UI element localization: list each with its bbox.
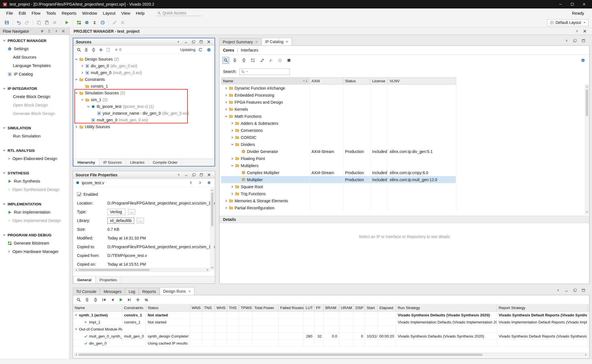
flow-section-header-ip-integrator[interactable]: IP INTEGRATOR <box>0 85 69 92</box>
chevron-right-icon[interactable] <box>231 136 234 139</box>
catalog-row-math-functions[interactable]: Math Functions <box>221 113 456 120</box>
float-icon[interactable] <box>190 39 197 45</box>
column-header-uram[interactable]: URAM <box>339 304 354 311</box>
help-icon[interactable]: ? <box>555 287 561 294</box>
add-sources-icon[interactable] <box>98 46 104 53</box>
scrollbar-thumb[interactable] <box>211 192 213 226</box>
menu-file[interactable]: File <box>3 10 16 16</box>
flow-item-open-block-design[interactable]: Open Block Design <box>0 101 69 109</box>
chevron-down-icon[interactable] <box>3 203 6 205</box>
scroll-left-icon[interactable] <box>75 268 78 271</box>
chevron-down-icon[interactable] <box>75 78 78 81</box>
catalog-row-square-root[interactable]: Square Root <box>221 183 456 190</box>
menu-view[interactable]: View <box>118 10 133 16</box>
catalog-row-dividers[interactable]: Dividers <box>221 141 456 148</box>
float-icon[interactable] <box>190 172 197 178</box>
flow-item-open-implemented-design[interactable]: Open Implemented Design <box>0 216 69 225</box>
minimize-icon[interactable] <box>563 287 570 294</box>
catalog-row-floating-point[interactable]: Floating Point <box>221 155 456 162</box>
catalog-row-dynamic-function-exchange[interactable]: Dynamic Function eXchange <box>221 85 456 92</box>
catalog-vertical-scrollbar[interactable] <box>585 85 589 214</box>
sources-tab-hierarchy[interactable]: Hierarchy <box>73 159 99 166</box>
window-close-button[interactable] <box>579 1 589 8</box>
design-run-row-synth-1-active[interactable]: synth_1 (active)constrs_1Not startedViva… <box>73 312 589 319</box>
help-icon[interactable]: ? <box>563 37 570 44</box>
flow-item-run-simulation[interactable]: Run Simulation <box>0 132 69 140</box>
flow-section-header-rtl-analysis[interactable]: RTL ANALYSIS <box>0 147 69 154</box>
chevron-down-icon[interactable] <box>3 126 6 129</box>
properties-horizontal-scrollbar[interactable] <box>74 268 210 272</box>
catalog-row-multipliers[interactable]: Multipliers <box>221 162 456 169</box>
collapse-all-icon[interactable] <box>84 296 90 303</box>
next-object-icon[interactable] <box>196 179 203 186</box>
chevron-right-icon[interactable] <box>225 87 227 90</box>
window-maximize-button[interactable] <box>567 1 577 8</box>
reports-icon[interactable]: Σ <box>91 19 98 26</box>
type-browse-button[interactable]: … <box>128 209 135 215</box>
catalog-row-complex-multiplier[interactable]: Complex MultiplierAXI4-StreamProductionI… <box>221 169 456 176</box>
catalog-row-divider-generator[interactable]: Divider GeneratorAXI4-StreamProductionIn… <box>221 148 456 155</box>
edit-icon[interactable] <box>111 19 118 26</box>
flow-section-header-implementation[interactable]: IMPLEMENTATION <box>0 200 69 208</box>
refresh-icon[interactable] <box>197 46 204 53</box>
scroll-up-icon[interactable] <box>586 85 588 88</box>
collapse-all-icon[interactable] <box>83 46 90 53</box>
menu-window[interactable]: Window <box>79 10 100 16</box>
chevron-right-icon[interactable] <box>75 125 78 128</box>
sources-tab-libraries[interactable]: Libraries <box>126 159 149 166</box>
sort-icon[interactable] <box>46 28 52 35</box>
properties-panel-header[interactable]: Source File Properties ? <box>73 171 215 179</box>
quick-access-search[interactable]: Quick Access <box>155 10 202 16</box>
catalog-row-partial-reconfiguration[interactable]: Partial Reconfiguration <box>221 204 456 211</box>
cancel-icon[interactable] <box>119 19 126 26</box>
flow-item-create-block-design[interactable]: Create Block Design <box>0 92 69 101</box>
details-view-icon[interactable] <box>286 57 292 64</box>
column-header-failed-routes[interactable]: Failed Routes <box>279 304 304 311</box>
maximize-icon[interactable] <box>580 37 587 44</box>
chevron-down-icon[interactable] <box>231 164 234 167</box>
sources-tab-compile-order[interactable]: Compile Order <box>149 159 182 166</box>
step-back-icon[interactable] <box>109 296 116 303</box>
menu-edit[interactable]: Edit <box>16 10 29 16</box>
minimize-icon[interactable] <box>183 172 189 178</box>
chevron-down-icon[interactable] <box>3 172 6 174</box>
chevron-right-icon[interactable] <box>231 192 234 195</box>
editor-tab-ip-catalog[interactable]: IP Catalog <box>262 38 292 45</box>
save-project-icon[interactable] <box>3 19 10 26</box>
help-icon[interactable]: ? <box>573 28 580 35</box>
source-tree-item-simulation-sources[interactable]: Simulation Sources(2) <box>73 90 215 96</box>
flow-item-open-synthesized-design[interactable]: Open Synthesized Design <box>0 185 69 194</box>
scroll-right-icon[interactable] <box>206 268 209 271</box>
catalog-row-cordic[interactable]: CORDIC <box>221 134 456 141</box>
menu-reports[interactable]: Reports <box>59 10 79 16</box>
expand-all-icon[interactable] <box>90 46 97 53</box>
column-header-name[interactable]: Name1 <box>221 77 310 84</box>
catalog-search-input[interactable] <box>239 68 290 75</box>
column-header-whs[interactable]: WHS <box>215 304 227 311</box>
chevron-down-icon[interactable] <box>3 87 6 90</box>
minimize-icon[interactable] <box>182 39 189 45</box>
column-header-start[interactable]: Start <box>365 304 378 311</box>
catalog-subtab-interfaces[interactable]: Interfaces <box>241 48 258 52</box>
add-repository-icon[interactable] <box>259 57 265 64</box>
tab-close-icon[interactable] <box>255 41 258 43</box>
column-header-lut[interactable]: LUT <box>304 304 314 311</box>
catalog-subtab-cores[interactable]: Cores <box>223 48 234 52</box>
source-tree-item-utility-sources[interactable]: Utility Sources <box>73 123 215 130</box>
delete-icon[interactable] <box>51 19 58 26</box>
column-header-constraints[interactable]: Constraints <box>122 304 146 311</box>
search-icon[interactable] <box>75 296 82 303</box>
properties-tab-properties[interactable]: Properties <box>96 276 121 283</box>
copy-icon[interactable] <box>36 19 42 26</box>
settings-gear-icon[interactable] <box>580 57 586 64</box>
maximize-icon[interactable] <box>198 39 204 45</box>
console-tab-tcl-console[interactable]: Tcl Console <box>73 288 100 295</box>
tab-close-icon[interactable] <box>188 290 191 293</box>
relative-values-icon[interactable]: % <box>143 296 150 303</box>
menu-layout[interactable]: Layout <box>100 10 118 16</box>
chevron-right-icon[interactable] <box>225 94 227 97</box>
source-tree-item-tb-ipcore-test[interactable]: tb_ipcore_test(ipcore_test.v) (1) <box>73 103 215 110</box>
column-header-tpws[interactable]: TPWS <box>239 304 253 311</box>
flow-section-header-program-and-debug[interactable]: PROGRAM AND DEBUG <box>0 231 69 239</box>
help-icon[interactable]: ? <box>53 28 59 35</box>
